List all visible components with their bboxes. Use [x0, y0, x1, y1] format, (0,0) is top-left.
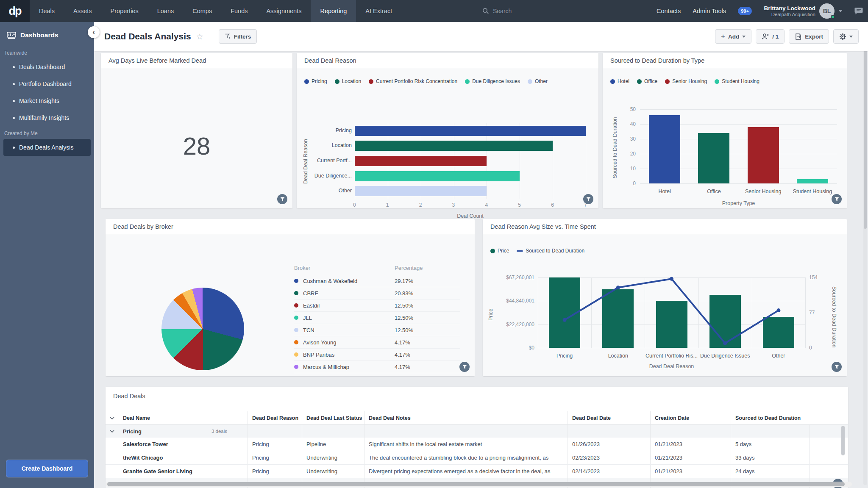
column-header-spacer — [810, 411, 848, 425]
legend-item[interactable]: Office — [637, 78, 657, 84]
nav-item-comps[interactable]: Comps — [183, 0, 221, 22]
global-search-input[interactable]: Search — [482, 0, 584, 22]
user-menu[interactable]: Brittany Lockwood Dealpath Acquisition B… — [764, 3, 843, 19]
nav-item-assignments[interactable]: Assignments — [257, 0, 311, 22]
series-color-dot — [294, 303, 298, 308]
group-collapse-toggle[interactable] — [106, 425, 119, 438]
column-header[interactable]: Dead Deal Date — [568, 411, 651, 425]
broker-row[interactable]: Eastdil12.50% — [294, 299, 460, 312]
favorite-star-icon[interactable]: ☆ — [196, 32, 203, 42]
nav-contacts[interactable]: Contacts — [657, 8, 681, 14]
share-users-button[interactable]: / 1 — [756, 29, 785, 44]
deal-row[interactable]: Granite Gate Senior LivingPricingUnderwr… — [106, 465, 848, 478]
column-header[interactable]: Dead Deal Notes — [364, 411, 568, 425]
nav-item-properties[interactable]: Properties — [101, 0, 148, 22]
card-filter-button[interactable] — [459, 362, 470, 372]
y-tick-label: 40 — [623, 121, 636, 127]
notifications-badge[interactable]: 99+ — [738, 7, 752, 15]
broker-row[interactable]: CBRE20.83% — [294, 287, 460, 299]
chevron-down-icon — [742, 36, 746, 38]
deal-row[interactable]: theWit ChicagoPricingUnderwritingThe dea… — [106, 451, 848, 465]
nav-item-ai-extract[interactable]: AI Extract — [356, 0, 401, 22]
sidebar-section-label: Created by Me — [0, 126, 94, 139]
settings-button[interactable] — [833, 29, 859, 44]
deal-name-cell[interactable]: theWit Chicago — [119, 451, 248, 464]
legend-item[interactable]: Pricing — [304, 78, 327, 84]
column-header[interactable]: Dead Deal Last Status — [302, 411, 364, 425]
dead-deals-table: Deal NameDead Deal ReasonDead Deal Last … — [106, 411, 848, 488]
legend-item[interactable]: Price — [490, 248, 509, 254]
broker-row[interactable]: Marcus & Millichap4.17% — [294, 361, 460, 373]
nav-item-assets[interactable]: Assets — [64, 0, 101, 22]
filters-button[interactable]: Filters — [219, 29, 257, 44]
feedback-icon[interactable] — [854, 7, 863, 15]
table-vertical-scrollbar — [841, 426, 845, 488]
app-logo[interactable]: dp — [0, 0, 30, 22]
group-row-pricing[interactable]: Pricing3 deals — [106, 425, 848, 438]
bar-student-housing — [797, 179, 828, 184]
column-header[interactable]: Creation Date — [651, 411, 731, 425]
avatar[interactable]: BL — [819, 3, 835, 19]
deal-row[interactable]: Salesforce TowerPricingPipelineSignifica… — [106, 438, 848, 451]
legend-item[interactable]: Other — [528, 78, 548, 84]
legend-item[interactable]: Student Housing — [715, 78, 760, 84]
legend-dot-swatch — [665, 79, 670, 84]
nav-admin-tools[interactable]: Admin Tools — [693, 8, 726, 14]
bar-senior-housing — [748, 127, 779, 183]
nav-item-reporting[interactable]: Reporting — [311, 0, 356, 22]
card-filter-button[interactable] — [832, 194, 842, 204]
sidebar-item-dead-deals-analysis[interactable]: Dead Deals Analysis — [3, 139, 91, 156]
x-axis-label: Property Type — [640, 200, 837, 206]
card-filter-button[interactable] — [583, 194, 593, 204]
y-category-label: Pricing — [301, 128, 352, 133]
broker-row[interactable]: TCN12.50% — [294, 324, 460, 336]
sidebar-item-deals-dashboard[interactable]: Deals Dashboard — [3, 58, 91, 75]
page-title: Dead Deals Analysis — [104, 31, 191, 42]
legend-item[interactable]: Sourced to Dead Duration — [517, 248, 584, 254]
legend-item[interactable]: Current Portfolio Risk Concentration — [369, 78, 457, 84]
horizontal-bar-chart — [355, 123, 586, 199]
y-category-label: Current Portf... — [301, 158, 352, 164]
chart-legend: HotelOfficeSenior HousingStudent Housing — [610, 78, 760, 84]
bar-office — [698, 133, 729, 183]
column-header[interactable]: Deal Name — [119, 411, 248, 425]
scrollbar-thumb[interactable] — [841, 426, 845, 455]
series-color-dot — [294, 352, 298, 357]
row-spacer — [106, 451, 119, 464]
card-title: Dead Deal Reason — [297, 53, 598, 68]
legend-item[interactable]: Due Diligence Issues — [465, 78, 520, 84]
sidebar-collapse-button[interactable]: ‹ — [88, 26, 100, 38]
sidebar-item-market-insights[interactable]: Market Insights — [3, 92, 91, 109]
table-collapse-all[interactable] — [106, 411, 119, 425]
bullet-icon — [13, 66, 15, 68]
sidebar-item-portfolio-dashboard[interactable]: Portfolio Dashboard — [3, 75, 91, 92]
nav-item-deals[interactable]: Deals — [30, 0, 64, 22]
card-filter-button[interactable] — [832, 362, 842, 372]
legend-item[interactable]: Senior Housing — [665, 78, 707, 84]
scrollbar-thumb[interactable] — [864, 42, 867, 229]
deal-name-cell[interactable]: Granite Gate Senior Living — [119, 465, 248, 478]
export-button[interactable]: Export — [789, 29, 829, 44]
broker-row[interactable]: BNP Paribas4.17% — [294, 349, 460, 361]
deal-name-cell[interactable]: Salesforce Tower — [119, 438, 248, 451]
funnel-icon — [586, 197, 591, 202]
create-dashboard-button[interactable]: Create Dashboard — [6, 460, 88, 477]
sidebar-item-multifamily-insights[interactable]: Multifamily Insights — [3, 109, 91, 126]
nav-item-funds[interactable]: Funds — [221, 0, 257, 22]
broker-row[interactable]: Avison Young4.17% — [294, 336, 460, 349]
column-header[interactable]: Sourced to Dead Duration — [731, 411, 810, 425]
broker-row[interactable]: JLL12.50% — [294, 312, 460, 324]
legend-dot-swatch — [637, 79, 642, 84]
deal-dead-date-cell: 02/14/2023 — [568, 465, 651, 478]
deal-notes-cell: Divergent pricing expectations emerged a… — [364, 465, 568, 478]
scrollbar-thumb[interactable] — [107, 482, 845, 486]
broker-row[interactable]: Cushman & Wakefield29.17% — [294, 275, 460, 287]
legend-item[interactable]: Hotel — [610, 78, 629, 84]
chevron-down-icon — [838, 10, 843, 12]
card-filter-button[interactable] — [277, 194, 287, 204]
nav-item-loans[interactable]: Loans — [148, 0, 184, 22]
column-header[interactable]: Dead Deal Reason — [248, 411, 302, 425]
add-button[interactable]: +Add — [715, 29, 751, 44]
legend-item[interactable]: Location — [335, 78, 361, 84]
group-empty-cell — [731, 425, 810, 438]
